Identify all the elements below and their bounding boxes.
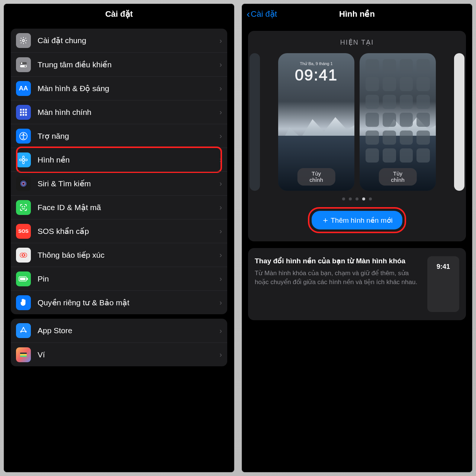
info-thumb-time: 9:41: [437, 263, 450, 271]
svg-point-30: [24, 254, 25, 255]
home-icon: [16, 105, 31, 120]
page-dot[interactable]: [342, 197, 345, 200]
svg-point-17: [23, 156, 25, 158]
display-icon: AA: [16, 81, 31, 96]
settings-row-display[interactable]: AAMàn hình & Độ sáng›: [11, 76, 227, 100]
svg-point-15: [23, 134, 24, 135]
customize-home-button[interactable]: Tùy chỉnh: [379, 168, 417, 186]
row-label: Thông báo tiếp xúc: [31, 251, 219, 260]
svg-point-19: [20, 159, 22, 161]
privacy-icon: [16, 295, 31, 310]
settings-row-home[interactable]: Màn hình chính›: [11, 100, 227, 124]
svg-rect-11: [20, 114, 22, 116]
general-icon: [16, 33, 31, 48]
settings-row-sos[interactable]: SOSSOS khẩn cấp›: [11, 219, 227, 243]
svg-point-18: [23, 161, 25, 164]
settings-row-appstore[interactable]: App Store›: [11, 319, 227, 342]
svg-rect-6: [23, 109, 25, 110]
customize-lock-button[interactable]: Tùy chỉnh: [297, 168, 335, 186]
page-dot[interactable]: [356, 197, 358, 200]
chevron-right-icon: ›: [219, 179, 222, 188]
settings-screen: Cài đặt Cài đặt chung›Trung tâm điều khi…: [4, 4, 234, 472]
row-label: Màn hình chính: [31, 108, 219, 117]
chevron-left-icon: ‹: [247, 8, 250, 20]
settings-section: App Store›Ví›: [11, 319, 227, 366]
preview-peek-prev[interactable]: [250, 53, 260, 191]
lock-time: 09:41: [278, 66, 354, 84]
add-wallpaper-button[interactable]: ＋ Thêm hình nền mới: [312, 211, 402, 229]
nav-bar: ‹ Cài đặt Hình nền: [242, 4, 472, 24]
svg-rect-9: [23, 111, 25, 113]
add-wallpaper-highlight: ＋ Thêm hình nền mới: [308, 207, 406, 233]
settings-row-access[interactable]: Trợ năng›: [11, 124, 227, 148]
chevron-right-icon: ›: [219, 132, 222, 140]
info-card: Thay đổi hình nền của bạn từ Màn hình kh…: [248, 248, 466, 320]
settings-row-privacy[interactable]: Quyền riêng tư & Bảo mật›: [11, 290, 227, 314]
appstore-icon: [16, 323, 31, 338]
page-dot[interactable]: [349, 197, 352, 200]
page-dot[interactable]: [369, 197, 372, 200]
settings-row-wallet[interactable]: Ví›: [11, 342, 227, 366]
plus-icon: ＋: [321, 215, 329, 226]
svg-rect-12: [23, 114, 25, 116]
row-label: Quyền riêng tư & Bảo mật: [31, 298, 219, 307]
chevron-right-icon: ›: [219, 36, 222, 45]
settings-row-general[interactable]: Cài đặt chung›: [11, 29, 227, 52]
row-label: Trung tâm điều khiển: [31, 60, 219, 69]
home-screen-preview[interactable]: Tùy chỉnh: [360, 53, 436, 191]
siri-icon: [16, 176, 31, 191]
svg-point-26: [24, 206, 25, 207]
info-thumbnail: 9:41: [427, 256, 459, 312]
row-label: Màn hình & Độ sáng: [31, 84, 219, 93]
wallpaper-screen: ‹ Cài đặt Hình nền HIỆN TẠI Thứ Ba, 9 th…: [242, 4, 472, 472]
svg-rect-33: [27, 278, 28, 280]
svg-rect-13: [25, 114, 27, 116]
row-label: Trợ năng: [31, 132, 219, 141]
settings-row-wallpaper[interactable]: Hình nền›: [11, 148, 227, 171]
chevron-right-icon: ›: [219, 227, 222, 235]
chevron-right-icon: ›: [219, 350, 222, 359]
add-wallpaper-label: Thêm hình nền mới: [331, 216, 393, 225]
settings-row-battery[interactable]: Pin›: [11, 267, 227, 290]
svg-point-4: [25, 65, 26, 67]
page-dot[interactable]: [362, 197, 365, 200]
svg-point-29: [22, 254, 23, 255]
svg-rect-10: [25, 111, 27, 113]
row-label: Hình nền: [31, 155, 219, 164]
svg-point-0: [22, 39, 25, 42]
wallpaper-icon: [16, 152, 31, 167]
svg-rect-8: [20, 111, 22, 113]
chevron-right-icon: ›: [219, 327, 222, 335]
chevron-right-icon: ›: [219, 203, 222, 212]
row-label: App Store: [31, 326, 219, 335]
exposure-icon: [16, 248, 31, 263]
chevron-right-icon: ›: [219, 251, 222, 259]
lock-screen-preview[interactable]: Thứ Ba, 9 tháng 1 09:41 Tùy chỉnh: [278, 53, 354, 191]
panel-section-title: HIỆN TẠI: [253, 38, 461, 46]
settings-row-siri[interactable]: Siri & Tìm kiếm›: [11, 171, 227, 195]
svg-rect-35: [20, 354, 27, 356]
chevron-right-icon: ›: [219, 298, 222, 307]
svg-rect-36: [20, 356, 27, 357]
chevron-right-icon: ›: [219, 60, 222, 69]
page-title: Hình nền: [339, 9, 375, 19]
header-title: Cài đặt: [4, 4, 234, 24]
faceid-icon: [16, 200, 31, 215]
info-body: Từ Màn hình khóa của bạn, chạm và giữ để…: [255, 269, 421, 287]
row-label: Cài đặt chung: [31, 36, 219, 45]
preview-peek-next[interactable]: [454, 53, 464, 191]
lock-date: Thứ Ba, 9 tháng 1: [278, 61, 354, 66]
back-button[interactable]: ‹ Cài đặt: [247, 8, 277, 20]
battery-icon: [16, 271, 31, 286]
info-title: Thay đổi hình nền của bạn từ Màn hình kh…: [255, 256, 421, 266]
back-label: Cài đặt: [251, 9, 277, 19]
row-label: Ví: [31, 350, 219, 359]
chevron-right-icon: ›: [219, 108, 222, 116]
settings-row-exposure[interactable]: Thông báo tiếp xúc›: [11, 243, 227, 267]
wallet-icon: [16, 347, 31, 362]
chevron-right-icon: ›: [219, 155, 222, 164]
control-center-icon: [16, 57, 31, 72]
settings-row-control-center[interactable]: Trung tâm điều khiển›: [11, 52, 227, 76]
settings-section: Cài đặt chung›Trung tâm điều khiển›AAMàn…: [11, 29, 227, 314]
settings-row-faceid[interactable]: Face ID & Mật mã›: [11, 195, 227, 219]
